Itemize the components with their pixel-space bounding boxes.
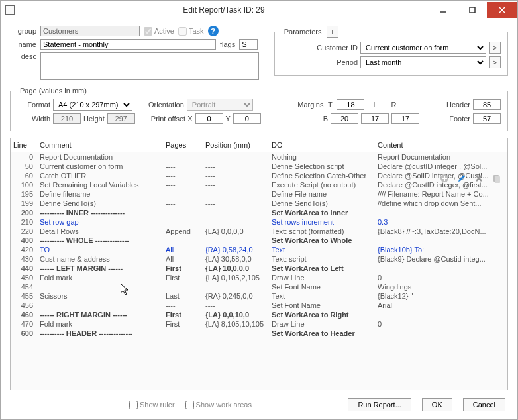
name-label: name xyxy=(10,40,36,48)
margin-top-field[interactable] xyxy=(337,99,364,110)
table-body[interactable]: 0Report Documentation--------NothingRepo… xyxy=(11,152,507,390)
cell-do: Execute Script (no output) xyxy=(272,181,378,189)
col-position[interactable]: Position (mm) xyxy=(205,141,272,149)
width-field[interactable] xyxy=(53,113,81,124)
edit-row-icon[interactable] xyxy=(456,173,467,184)
table-row[interactable]: 0Report Documentation--------NothingRepo… xyxy=(11,152,507,162)
offset-y-field[interactable] xyxy=(233,113,261,124)
param-period-select[interactable]: Last month xyxy=(360,56,486,68)
flags-label: flags xyxy=(220,40,235,48)
copy-row-icon[interactable] xyxy=(491,173,501,184)
flags-field[interactable] xyxy=(239,39,258,50)
table-row[interactable]: 460------ RIGHT MARGIN ------First{LA} 0… xyxy=(11,310,507,319)
help-icon[interactable]: ? xyxy=(208,26,219,36)
table-row[interactable]: 199Define SendTo(s)--------Define SendTo… xyxy=(11,199,507,208)
cell-do: Define Selection Catch-Other xyxy=(272,172,378,180)
name-field[interactable] xyxy=(40,39,216,50)
table-row[interactable]: 195Define filename--------Define File na… xyxy=(11,189,507,199)
cancel-button[interactable]: Cancel xyxy=(463,398,505,411)
margin-right-field[interactable] xyxy=(391,113,419,124)
cell-pos: {LA} 0,0,0,0 xyxy=(205,227,272,235)
table-row[interactable]: 60Catch OTHER--------Define Selection Ca… xyxy=(11,171,507,180)
close-button[interactable] xyxy=(487,2,517,18)
cell-pos: {LA} 8,105,10,105 xyxy=(205,320,272,328)
format-select[interactable]: A4 (210 x 297mm) xyxy=(53,99,132,111)
cell-content: //define which drop down Sent... xyxy=(378,199,505,207)
delete-row-icon[interactable] xyxy=(474,173,484,184)
param-customerid-select[interactable]: Current customer on form xyxy=(360,42,486,54)
cell-content: {Black9} Declare @Custid integ... xyxy=(378,255,505,263)
table-row[interactable]: 456--------Set Font NameArial xyxy=(11,301,507,310)
height-field[interactable] xyxy=(107,113,135,124)
system-menu-icon[interactable] xyxy=(1,5,19,15)
cell-do: Set WorkArea to Inner xyxy=(272,209,378,217)
cell-comment: ------ LEFT MARGIN ------ xyxy=(40,264,166,272)
cell-line: 195 xyxy=(13,190,40,198)
param-customerid-more[interactable]: > xyxy=(489,42,501,54)
cell-pages xyxy=(166,218,205,226)
cell-pages xyxy=(166,209,205,217)
task-checkbox[interactable]: Task xyxy=(178,27,204,36)
col-comment[interactable]: Comment xyxy=(40,141,166,149)
active-checkbox[interactable]: Active xyxy=(144,27,174,36)
table-row[interactable]: 455ScissorsLast{RA} 0,245,0,0Text{Black1… xyxy=(11,291,507,301)
header-label: Header xyxy=(446,101,470,109)
table-row[interactable]: 220Detail RowsAppend{LA} 0,0,0,0Text: sc… xyxy=(11,227,507,236)
header-field[interactable] xyxy=(473,99,501,110)
show-ruler-checkbox[interactable]: Show ruler xyxy=(129,401,175,409)
table-row[interactable]: 450Fold markFirst{LA} 0,105,2,105Draw Li… xyxy=(11,273,507,282)
col-content[interactable]: Content xyxy=(378,141,484,149)
cell-line: 210 xyxy=(13,218,40,226)
margin-bottom-field[interactable] xyxy=(331,113,358,124)
cell-do: Set WorkArea to Left xyxy=(272,264,378,272)
table-row[interactable]: 400---------- WHOLE --------------Set Wo… xyxy=(11,236,507,245)
table-row[interactable]: 420TOAll{RA} 0,58,24,0Text{Black10b} To: xyxy=(11,245,507,254)
run-report-button[interactable]: Run Report... xyxy=(348,398,411,411)
table-row[interactable]: 210Set row gapSet rows increment0.3 xyxy=(11,217,507,227)
table-row[interactable]: 470Fold markFirst{LA} 8,105,10,105Draw L… xyxy=(11,319,507,329)
show-work-areas-checkbox[interactable]: Show work areas xyxy=(185,401,252,409)
cell-pages: ---- xyxy=(166,190,205,198)
cell-do: Set rows increment xyxy=(272,218,378,226)
page-group: Page (values in mm) Format A4 (210 x 297… xyxy=(10,87,508,131)
param-period-more[interactable]: > xyxy=(489,56,501,68)
cell-pos xyxy=(205,218,272,226)
add-row-icon[interactable] xyxy=(439,173,450,184)
maximize-button[interactable] xyxy=(458,2,487,18)
col-do[interactable]: DO xyxy=(272,141,378,149)
svg-rect-10 xyxy=(495,176,500,183)
table-row[interactable]: 50Current customer on form--------Define… xyxy=(11,162,507,171)
report-lines-table: Line Comment Pages Position (mm) DO Cont… xyxy=(10,138,508,390)
cell-line: 0 xyxy=(13,153,40,161)
table-row[interactable]: 200---------- INNER --------------Set Wo… xyxy=(11,208,507,217)
margin-left-label: L xyxy=(367,101,383,109)
cell-pos xyxy=(205,236,272,244)
col-line[interactable]: Line xyxy=(13,141,40,149)
cell-do: Text xyxy=(272,292,378,300)
margin-top-label: T xyxy=(326,101,334,109)
margin-left-field[interactable] xyxy=(361,113,389,124)
cell-pages: ---- xyxy=(166,153,205,161)
table-row[interactable]: 430Cust name & addressAll{LA} 30,58,0,0T… xyxy=(11,254,507,264)
table-row[interactable]: 100Set Remaining Local Variables--------… xyxy=(11,180,507,189)
cell-comment: ---------- INNER -------------- xyxy=(40,209,166,217)
table-row[interactable]: 600---------- HEADER --------------Set W… xyxy=(11,329,507,338)
desc-field[interactable] xyxy=(40,52,259,80)
table-row[interactable]: 454--------Set Font NameWingdings xyxy=(11,282,507,291)
mouse-cursor-icon xyxy=(121,284,131,298)
footer-field[interactable] xyxy=(473,113,501,124)
add-parameter-button[interactable]: + xyxy=(327,26,338,38)
col-pages[interactable]: Pages xyxy=(166,141,205,149)
cell-do: Draw Line xyxy=(272,320,378,328)
orientation-select[interactable]: Portrait xyxy=(187,99,253,111)
group-label: group xyxy=(10,27,36,35)
minimize-button[interactable] xyxy=(429,2,458,18)
group-field[interactable] xyxy=(40,26,140,36)
table-row[interactable]: 440------ LEFT MARGIN ------First{LA} 10… xyxy=(11,264,507,273)
cell-pos: {LA} 10,0,0,0 xyxy=(205,264,272,272)
cell-pages: ---- xyxy=(166,181,205,189)
margin-right-label: R xyxy=(386,101,401,109)
cell-pages: ---- xyxy=(166,162,205,170)
ok-button[interactable]: OK xyxy=(422,398,452,411)
offset-x-field[interactable] xyxy=(195,113,223,124)
